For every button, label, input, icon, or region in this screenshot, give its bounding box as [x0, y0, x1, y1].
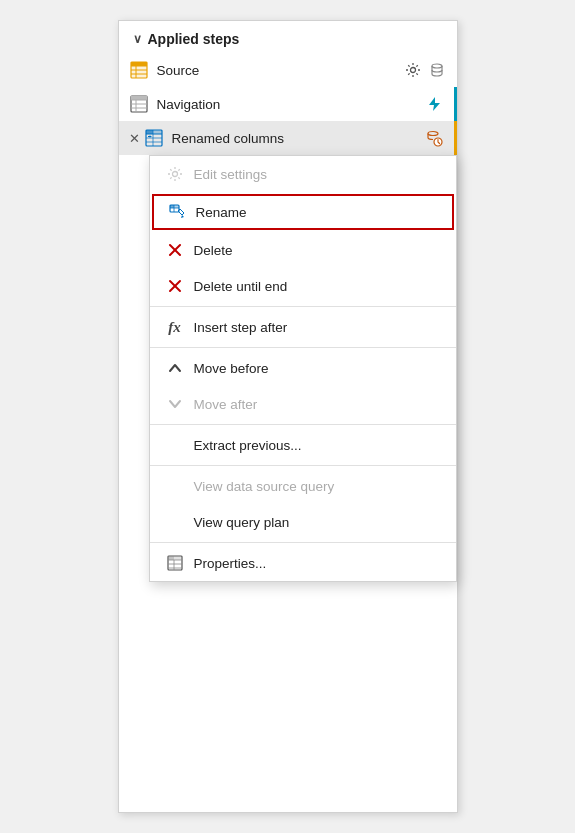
svg-point-8 — [432, 64, 442, 68]
extract-previous-label: Extract previous... — [194, 438, 302, 453]
close-icon[interactable]: ✕ — [129, 131, 140, 146]
context-menu: Edit settings Rename — [149, 155, 457, 582]
source-label: Source — [157, 63, 403, 78]
menu-edit-settings[interactable]: Edit settings — [150, 156, 456, 192]
properties-icon — [166, 554, 184, 572]
view-data-source-query-label: View data source query — [194, 479, 335, 494]
section-title: Applied steps — [148, 31, 240, 47]
insert-step-after-label: Insert step after — [194, 320, 288, 335]
svg-rect-36 — [174, 556, 182, 560]
move-before-label: Move before — [194, 361, 269, 376]
renamed-columns-actions — [424, 128, 444, 148]
menu-rename[interactable]: Rename — [152, 194, 454, 230]
divider-3 — [150, 424, 456, 425]
menu-delete-until-end[interactable]: Delete until end — [150, 268, 456, 304]
svg-rect-10 — [131, 96, 147, 100]
menu-insert-step-after[interactable]: fx Insert step after — [150, 309, 456, 345]
delete-until-end-label: Delete until end — [194, 279, 288, 294]
renamed-columns-label: Renamed columns — [172, 131, 424, 146]
section-header: ∨ Applied steps — [119, 21, 457, 53]
source-settings-icon[interactable] — [403, 60, 423, 80]
menu-properties[interactable]: Properties... — [150, 545, 456, 581]
menu-view-query-plan[interactable]: View query plan — [150, 504, 456, 540]
svg-rect-35 — [168, 556, 174, 560]
delete-label: Delete — [194, 243, 233, 258]
fx-icon: fx — [166, 318, 184, 336]
renamed-columns-icon — [144, 128, 164, 148]
source-actions — [403, 60, 447, 80]
step-source[interactable]: Source — [119, 53, 457, 87]
rename-icon — [168, 203, 186, 221]
chevron-up-icon — [166, 359, 184, 377]
navigation-actions — [424, 94, 444, 114]
properties-label: Properties... — [194, 556, 267, 571]
navigation-icon — [129, 94, 149, 114]
menu-extract-previous[interactable]: Extract previous... — [150, 427, 456, 463]
rename-label: Rename — [196, 205, 247, 220]
chevron-icon[interactable]: ∨ — [133, 32, 142, 46]
renamed-columns-db-clock-icon[interactable] — [424, 128, 444, 148]
view-query-plan-icon — [166, 513, 184, 531]
gear-icon — [166, 165, 184, 183]
delete-icon — [166, 241, 184, 259]
divider-4 — [150, 465, 456, 466]
divider-1 — [150, 306, 456, 307]
step-renamed-columns[interactable]: ✕ Renamed columns — [119, 121, 457, 155]
source-icon — [129, 60, 149, 80]
step-navigation[interactable]: Navigation — [119, 87, 457, 121]
extract-icon — [166, 436, 184, 454]
view-query-plan-label: View query plan — [194, 515, 290, 530]
move-after-label: Move after — [194, 397, 258, 412]
chevron-down-icon — [166, 395, 184, 413]
source-db-icon[interactable] — [427, 60, 447, 80]
svg-point-24 — [172, 172, 177, 177]
applied-steps-panel: ∨ Applied steps Source — [118, 20, 458, 813]
divider-5 — [150, 542, 456, 543]
view-data-source-icon — [166, 477, 184, 495]
menu-delete[interactable]: Delete — [150, 232, 456, 268]
menu-move-before[interactable]: Move before — [150, 350, 456, 386]
steps-list: Source — [119, 53, 457, 155]
delete-until-end-icon — [166, 277, 184, 295]
navigation-lightning-icon[interactable] — [424, 94, 444, 114]
edit-settings-label: Edit settings — [194, 167, 268, 182]
divider-2 — [150, 347, 456, 348]
menu-view-data-source-query[interactable]: View data source query — [150, 468, 456, 504]
svg-rect-16 — [146, 130, 153, 134]
svg-point-22 — [428, 132, 438, 136]
svg-rect-26 — [170, 205, 174, 208]
svg-point-7 — [410, 68, 415, 73]
menu-move-after[interactable]: Move after — [150, 386, 456, 422]
svg-rect-17 — [153, 130, 162, 134]
navigation-label: Navigation — [157, 97, 424, 112]
svg-rect-27 — [174, 205, 179, 208]
